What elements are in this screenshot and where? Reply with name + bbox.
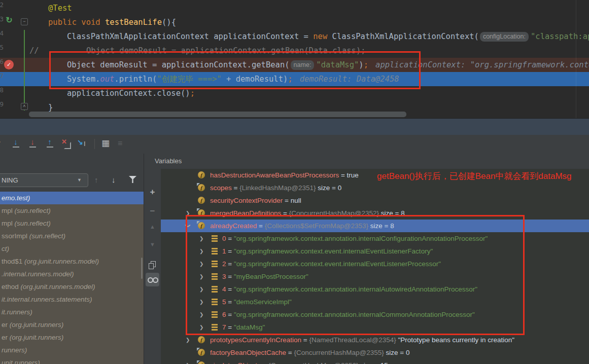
- frame-row[interactable]: mpl (sun.reflect): [0, 204, 144, 217]
- frame-row[interactable]: thod$1 (org.junit.runners.model): [0, 255, 144, 268]
- right-margin-guide: [576, 0, 576, 118]
- badge-glyph: [197, 208, 200, 211]
- variable-text: prototypesCurrentlyInCreation = {NamedTh…: [161, 334, 514, 346]
- frame-package: it.internal.runners.statements): [2, 296, 92, 303]
- filter-frames-icon[interactable]: [129, 176, 136, 183]
- frame-package: (sun.reflect): [15, 207, 51, 214]
- lens-glyph: [153, 277, 158, 283]
- field-icon: f: [198, 184, 205, 191]
- frame-class: mpl: [2, 220, 15, 227]
- variable-text: hasDestructionAwareBeanPostProcessors = …: [161, 169, 359, 181]
- code-line[interactable]: @Test: [0, 1, 589, 15]
- remove-watch-icon[interactable]: −: [144, 206, 161, 216]
- frame-package: unit.runners): [2, 359, 40, 364]
- frame-row[interactable]: it.internal.runners.statements): [0, 293, 144, 306]
- variable-name: factoryBeanObjectCache: [210, 349, 286, 356]
- variables-title: Variables: [155, 154, 182, 169]
- variable-row[interactable]: ❯fsingletonObjects = {ConcurrentHashMap@…: [161, 359, 589, 364]
- frame-row[interactable]: emo.test): [0, 192, 144, 204]
- frame-row[interactable]: runners): [0, 344, 144, 356]
- step-into-icon[interactable]: ↓: [10, 138, 21, 150]
- drop-frame-icon[interactable]: ✕: [61, 138, 72, 150]
- frame-row[interactable]: ethod (org.junit.runners.model): [0, 280, 144, 293]
- frame-package: it.runners): [2, 308, 32, 316]
- force-step-into-icon[interactable]: ↓: [27, 138, 38, 150]
- evaluate-expression-icon[interactable]: ▦: [101, 138, 110, 149]
- variable-value: {ConcurrentHashMap@2355}: [294, 349, 384, 356]
- variable-value: null: [291, 197, 301, 204]
- arrow-glyph: ↓: [27, 138, 38, 146]
- frame-package: (org.junit.runners.model): [21, 283, 95, 290]
- frame-package: (org.junit.runners.model): [24, 258, 99, 265]
- move-down-icon[interactable]: ▼: [144, 241, 161, 247]
- frame-row[interactable]: .internal.runners.model): [0, 268, 144, 280]
- run-test-icon[interactable]: ↻: [5, 16, 14, 25]
- variable-value: =: [301, 336, 309, 344]
- code-segment: ;: [190, 89, 195, 98]
- variables-toolbar: + − ▲ ▼: [144, 169, 161, 364]
- step-over-icon[interactable]: ↷: [0, 138, 4, 150]
- chevron-collapsed-icon[interactable]: ❯: [186, 334, 190, 346]
- breakpoint-icon[interactable]: ✓: [4, 60, 14, 69]
- variable-row[interactable]: ffactoryBeanObjectCache = {ConcurrentHas…: [161, 346, 589, 359]
- frame-row[interactable]: it.runners): [0, 306, 144, 318]
- code-segment: (){: [162, 18, 176, 27]
- frame-package: (sun.reflect): [29, 232, 65, 240]
- frame-row[interactable]: er (org.junit.runners): [0, 331, 144, 344]
- frame-row[interactable]: ssorImpl (sun.reflect): [0, 230, 144, 242]
- next-frame-icon[interactable]: ↓: [112, 175, 116, 184]
- variable-value: =: [261, 361, 268, 364]
- move-up-icon[interactable]: ▲: [144, 224, 161, 230]
- variable-name: singletonObjects: [210, 361, 261, 364]
- run-to-cursor-icon[interactable]: ↘ I: [77, 138, 89, 150]
- frame-row[interactable]: mpl (sun.reflect): [0, 217, 144, 230]
- bar-glyph: [47, 147, 53, 148]
- code-line[interactable]: public void testBeanLife(){: [0, 15, 589, 29]
- frame-package: (org.junit.runners): [10, 321, 64, 329]
- chevron-collapsed-icon[interactable]: ❯: [186, 359, 190, 364]
- badge-glyph: [197, 183, 200, 186]
- duplicate-watch-icon[interactable]: [149, 261, 156, 269]
- frame-class: er: [2, 321, 10, 329]
- toolbar-separator: [94, 139, 95, 149]
- frame-row[interactable]: er (org.junit.runners): [0, 318, 144, 331]
- code-segment: new: [313, 32, 327, 41]
- previous-frame-icon[interactable]: ↑: [94, 175, 98, 184]
- frame-class: mpl: [2, 207, 15, 214]
- editor-horizontal-scrollbar[interactable]: [29, 112, 406, 117]
- code-segment: public: [48, 18, 77, 27]
- thread-selector-dropdown[interactable]: NING ▼: [0, 173, 88, 187]
- code-segment: configLocation:: [480, 32, 529, 42]
- step-out-icon[interactable]: ↑: [44, 138, 55, 150]
- variable-name: securityContextProvider: [210, 197, 283, 204]
- variable-value: size = 15: [359, 361, 388, 364]
- show-watches-toggle-icon[interactable]: [146, 273, 159, 286]
- variable-text: scopes = {LinkedHashMap@2351} size = 0: [161, 181, 341, 194]
- fold-collapse-icon[interactable]: −: [21, 18, 28, 25]
- frames-panel: NING ▼ ↑ ↓ emo.test)mpl (sun.reflect)mpl…: [0, 154, 144, 364]
- add-watch-icon[interactable]: +: [144, 187, 161, 197]
- x-glyph: ✕: [61, 138, 67, 145]
- variable-row[interactable]: ❯fprototypesCurrentlyInCreation = {Named…: [161, 334, 589, 346]
- code-line[interactable]: ClassPathXmlApplicationContext applicati…: [0, 29, 589, 44]
- code-segment: void: [81, 18, 100, 27]
- variable-value: {NamedThreadLocal@2354}: [309, 336, 396, 344]
- trace-stream-icon[interactable]: ≡: [118, 138, 122, 149]
- frame-row[interactable]: unit.runners): [0, 356, 144, 364]
- frames-scrollbar[interactable]: [141, 258, 143, 279]
- arrow-glyph: ↘: [77, 138, 83, 146]
- editor-debugger-splitter[interactable]: [0, 118, 589, 135]
- field-icon: f: [198, 349, 205, 356]
- field-icon: f: [198, 336, 205, 343]
- chevron-down-icon: ▼: [77, 174, 82, 187]
- variable-row[interactable]: fsecurityContextProvider = null: [161, 194, 589, 207]
- variable-value: =: [286, 349, 294, 356]
- arrow-glyph: ↓: [10, 138, 21, 146]
- frame-package: ct): [2, 245, 9, 252]
- fold-end-icon[interactable]: ˄: [21, 103, 28, 110]
- code-segment: @Test: [48, 4, 72, 13]
- variable-text: singletonObjects = {ConcurrentHashMap@23…: [161, 359, 388, 364]
- code-segment: testBeanLife: [105, 18, 162, 27]
- frame-row[interactable]: ct): [0, 242, 144, 255]
- variable-row[interactable]: fscopes = {LinkedHashMap@2351} size = 0: [161, 181, 589, 194]
